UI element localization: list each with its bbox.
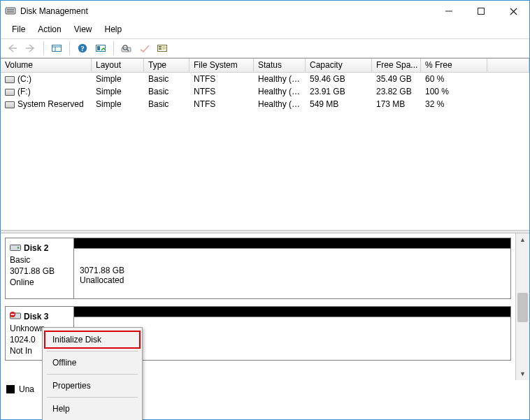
disk-strip <box>74 238 510 248</box>
partition-size: 3071.88 GB <box>80 266 505 275</box>
volume-pct: 100 % <box>421 87 487 96</box>
menu-separator <box>47 351 138 352</box>
partition-state: Unallocated <box>80 275 505 285</box>
disk-label[interactable]: Disk 2 Basic 3071.88 GB Online <box>6 238 74 298</box>
disk-icon <box>10 243 21 254</box>
col-status[interactable]: Status <box>254 59 306 72</box>
app-icon <box>5 6 16 17</box>
volume-fs: NTFS <box>189 87 254 96</box>
back-button <box>5 41 20 56</box>
disk-name: Disk 2 <box>24 243 48 253</box>
volume-status: Healthy (S... <box>254 99 306 109</box>
menu-action[interactable]: Action <box>32 23 66 36</box>
volume-layout: Simple <box>92 74 144 84</box>
disk-row-disk2[interactable]: Disk 2 Basic 3071.88 GB Online 3071.88 G… <box>5 238 511 299</box>
menu-help[interactable]: Help <box>44 400 141 418</box>
volume-free: 23.82 GB <box>372 87 421 96</box>
title-bar: Disk Management <box>1 1 529 22</box>
disk-size: 3071.88 GB <box>10 266 69 277</box>
svg-rect-13 <box>97 46 100 50</box>
volume-capacity: 549 MB <box>306 99 372 109</box>
drive-icon <box>5 76 15 83</box>
close-button[interactable] <box>497 1 529 22</box>
volume-layout: Simple <box>92 99 144 109</box>
menu-separator <box>47 397 138 398</box>
menu-separator <box>47 374 138 375</box>
partition-unallocated[interactable]: 3071.88 GB Unallocated <box>74 249 510 298</box>
svg-rect-7 <box>52 45 62 52</box>
scroll-up-icon[interactable]: ▲ <box>516 233 529 246</box>
col-layout[interactable]: Layout <box>92 59 144 72</box>
menu-initialize-disk[interactable]: Initialize Disk <box>44 331 141 349</box>
drive-icon <box>5 89 15 96</box>
svg-rect-19 <box>159 48 162 50</box>
volume-layout: Simple <box>92 87 144 96</box>
svg-text:?: ? <box>81 45 85 52</box>
col-free[interactable]: Free Spa... <box>372 59 421 72</box>
volume-list-header: Volume Layout Type File System Status Ca… <box>1 59 529 73</box>
volume-fs: NTFS <box>189 99 254 109</box>
volume-row[interactable]: (F:) Simple Basic NTFS Healthy (P... 23.… <box>1 85 529 98</box>
menu-help[interactable]: Help <box>99 23 128 36</box>
volume-name: (C:) <box>17 74 31 84</box>
volume-capacity: 59.46 GB <box>306 74 372 84</box>
volume-status: Healthy (B... <box>254 74 306 84</box>
disk-error-icon <box>10 312 21 323</box>
svg-rect-25 <box>11 314 15 315</box>
menu-offline[interactable]: Offline <box>44 354 141 372</box>
drive-icon <box>5 101 15 108</box>
col-capacity[interactable]: Capacity <box>306 59 372 72</box>
disk-type: Basic <box>10 254 69 266</box>
disk-state: Online <box>10 277 69 288</box>
maximize-button[interactable] <box>465 1 497 22</box>
window-title: Disk Management <box>20 6 433 16</box>
volume-capacity: 23.91 GB <box>306 87 372 96</box>
svg-rect-18 <box>159 46 162 48</box>
volume-row[interactable]: System Reserved Simple Basic NTFS Health… <box>1 98 529 110</box>
svg-point-22 <box>17 247 19 248</box>
action-button-2[interactable] <box>155 41 171 56</box>
disk-strip <box>74 307 510 317</box>
menu-view[interactable]: View <box>69 23 98 36</box>
svg-rect-0 <box>6 8 15 14</box>
volume-row[interactable]: (C:) Simple Basic NTFS Healthy (B... 59.… <box>1 73 529 85</box>
volume-status: Healthy (P... <box>254 87 306 96</box>
refresh-button[interactable] <box>93 41 108 56</box>
col-fs[interactable]: File System <box>189 59 254 72</box>
help-button[interactable]: ? <box>75 41 90 56</box>
scroll-thumb[interactable] <box>517 293 528 322</box>
col-type[interactable]: Type <box>144 59 189 72</box>
volume-type: Basic <box>144 87 189 96</box>
svg-rect-21 <box>10 245 21 250</box>
col-pct[interactable]: % Free <box>421 59 487 72</box>
disk-context-menu: Initialize Disk Offline Properties Help <box>42 327 143 420</box>
forward-button <box>23 41 38 56</box>
volume-pct: 32 % <box>421 99 487 109</box>
rescan-button[interactable] <box>119 41 134 56</box>
show-hide-tree-button[interactable] <box>49 41 64 56</box>
svg-rect-4 <box>478 8 485 15</box>
menu-file[interactable]: File <box>6 23 31 36</box>
scroll-down-icon[interactable]: ▼ <box>516 368 529 380</box>
svg-rect-1 <box>7 9 14 10</box>
action-button-1[interactable] <box>137 41 152 56</box>
svg-rect-20 <box>162 46 166 50</box>
volume-name: (F:) <box>17 87 31 96</box>
volume-free: 173 MB <box>372 99 421 109</box>
graphical-scrollbar[interactable]: ▲ ▼ <box>515 233 529 380</box>
legend-swatch-unallocated <box>6 385 15 393</box>
volume-free: 35.49 GB <box>372 74 421 84</box>
col-volume[interactable]: Volume <box>1 59 92 72</box>
disk-name: Disk 3 <box>24 312 48 321</box>
menu-properties[interactable]: Properties <box>44 377 141 395</box>
volume-name: System Reserved <box>17 99 84 109</box>
volume-pct: 60 % <box>421 74 487 84</box>
minimize-button[interactable] <box>433 1 465 22</box>
volume-type: Basic <box>144 99 189 109</box>
legend-label-unallocated: Una <box>19 384 34 394</box>
menu-bar: File Action View Help <box>1 22 529 38</box>
volume-list: Volume Layout Type File System Status Ca… <box>1 58 529 230</box>
volume-type: Basic <box>144 74 189 84</box>
volume-fs: NTFS <box>189 74 254 84</box>
toolbar: ? <box>1 38 529 58</box>
